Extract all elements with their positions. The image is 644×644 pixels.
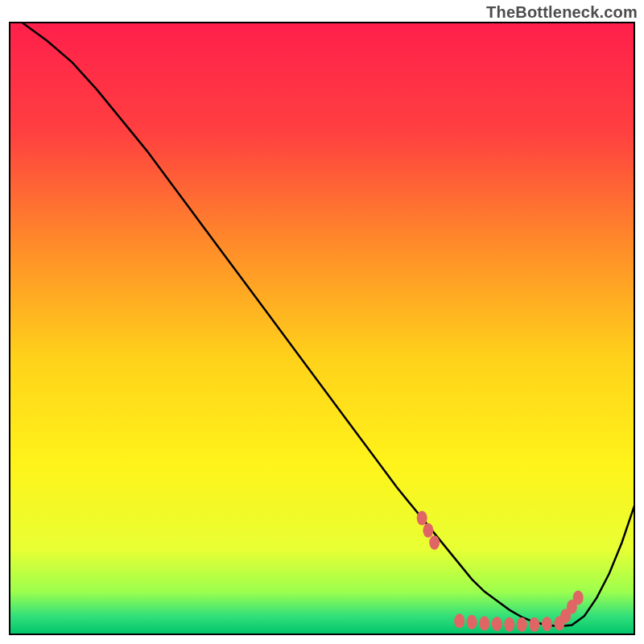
marker-point: [467, 615, 477, 630]
marker-point: [517, 617, 527, 632]
marker-point: [417, 511, 427, 526]
chart-container: TheBottleneck.com: [0, 0, 644, 644]
marker-point: [573, 590, 584, 605]
plot-background: [10, 23, 634, 634]
marker-point: [542, 617, 552, 631]
marker-point: [423, 523, 433, 538]
marker-point: [454, 613, 464, 628]
marker-point: [529, 617, 539, 632]
marker-point: [492, 617, 502, 631]
watermark-text: TheBottleneck.com: [486, 3, 638, 22]
marker-point: [504, 617, 514, 632]
bottleneck-chart: [0, 0, 644, 644]
marker-point: [429, 535, 440, 550]
marker-point: [479, 616, 489, 630]
